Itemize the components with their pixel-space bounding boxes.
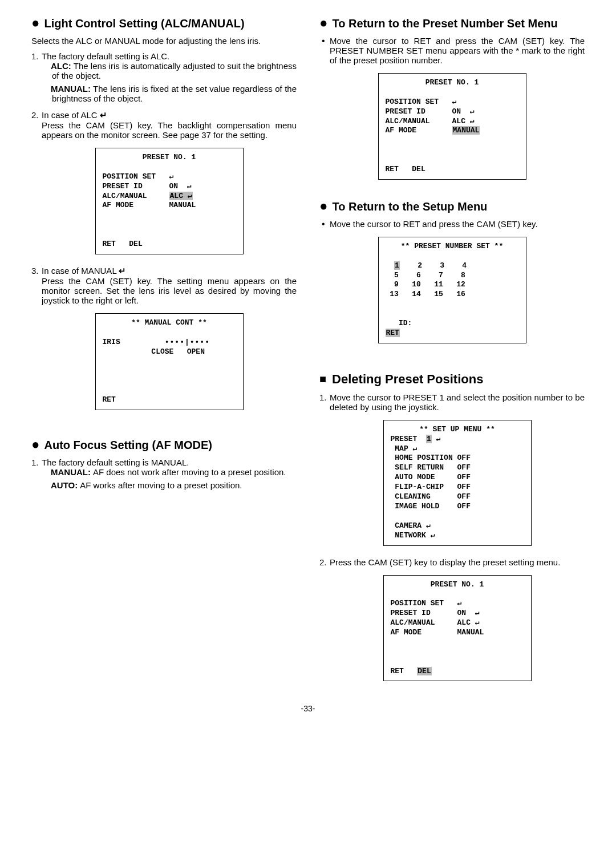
bullet-item: Move the cursor to RET and press the CAM… xyxy=(330,219,585,229)
def-text: AF does not work after moving to a pre­s… xyxy=(93,467,286,477)
screen-line: ALC/MANUAL xyxy=(391,618,435,627)
screen-line: HOME POSITION xyxy=(391,454,453,462)
bullet-icon: ● xyxy=(31,17,40,29)
bullet-item: Move the cursor to RET and press the CAM… xyxy=(330,36,585,65)
screen-val: ↵ xyxy=(457,599,462,608)
screen-val: ON ↵ xyxy=(452,107,475,116)
heading-text: Auto Focus Setting (AF MODE) xyxy=(44,439,212,452)
screen-ret: RET xyxy=(391,667,404,675)
screen-line: MAP ↵ xyxy=(391,444,418,453)
page-number: -33- xyxy=(31,704,585,713)
screen-line: PRESET ID xyxy=(103,182,143,191)
def-text: AF works after moving to a preset positi… xyxy=(80,480,242,490)
screen-val-hl: MANUAL xyxy=(452,126,480,135)
heading-return-setup: ● To Return to the Setup Menu xyxy=(319,200,585,213)
def-label: MANUAL: xyxy=(51,467,91,477)
screen-del: DEL xyxy=(129,240,142,248)
def-af-auto: AUTO:AF works after moving to a preset p… xyxy=(42,480,297,490)
bullet-icon: ● xyxy=(319,17,328,29)
open-label: OPEN xyxy=(187,347,205,356)
def-label: MANUAL: xyxy=(51,84,91,94)
screen-line: CAMERA ↵ xyxy=(391,521,431,530)
intro-text: Selects the ALC or MANUAL mode for adjus… xyxy=(31,36,297,46)
screen-preset-delete: PRESET NO. 1 POSITION SET ↵ PRESET ID ON… xyxy=(383,575,532,682)
screen-val: ALC ↵ xyxy=(457,618,480,627)
bullet-icon: ● xyxy=(31,439,40,450)
screen-val: OFF xyxy=(457,502,471,511)
screen-val: ON ↵ xyxy=(169,182,192,191)
heading-text: Deleting Preset Positions xyxy=(332,372,483,387)
heading-deleting: ■ Deleting Preset Positions xyxy=(319,372,585,387)
screen-line: IMAGE HOLD xyxy=(391,502,440,511)
screen-line: POSITION SET xyxy=(391,599,444,608)
screen-line: ALC/MANUAL xyxy=(103,192,147,200)
screen-ret: RET xyxy=(386,165,399,173)
screen-preset-alc: PRESET NO. 1 POSITION SET ↵ PRESET ID ON… xyxy=(95,148,244,254)
heading-af-mode: ● Auto Focus Setting (AF MODE) xyxy=(31,439,297,452)
item-number: 1. xyxy=(31,51,39,61)
screen-line: FLIP-A-CHIP xyxy=(391,483,444,491)
item-body: Press the CAM (SET) key. The setting men… xyxy=(42,276,297,305)
screen-ret-hl: RET xyxy=(386,329,400,337)
num-hl: 1 xyxy=(426,435,432,443)
item-number: 2. xyxy=(31,110,39,120)
heading-return-preset: ● To Return to the Preset Number Set Men… xyxy=(319,17,585,30)
screen-line: PRESET xyxy=(391,435,418,443)
list-item: 1. Move the cursor to PRESET 1 and selec… xyxy=(330,392,585,546)
arrow-icon: ↵ xyxy=(436,435,441,443)
def-label: ALC: xyxy=(51,61,71,71)
screen-val: OFF xyxy=(457,483,471,491)
id-label: ID: xyxy=(399,319,412,327)
screen-val: OFF xyxy=(457,463,471,472)
screen-del-hl: DEL xyxy=(417,667,431,675)
screen-line: PRESET ID xyxy=(391,609,431,617)
screen-line: POSITION SET xyxy=(386,98,439,106)
heading-text: To Return to the Setup Menu xyxy=(333,200,488,213)
screen-line: PRESET ID xyxy=(386,107,425,116)
item-number: 3. xyxy=(31,266,39,276)
heading-text: To Return to the Preset Number Set Menu xyxy=(333,17,558,30)
item-lead: In case of ALC xyxy=(42,110,100,120)
item-lead: The factory default setting is ALC. xyxy=(42,51,169,61)
screen-val: OFF xyxy=(457,454,471,462)
screen-val: MANUAL xyxy=(457,628,484,637)
list-item: 1. The factory default setting is ALC. A… xyxy=(42,51,297,103)
screen-val: OFF xyxy=(457,492,471,501)
screen-val: ON ↵ xyxy=(457,609,480,617)
screen-ret: RET xyxy=(103,240,116,248)
item-number: 2. xyxy=(319,557,327,567)
screen-line: POSITION SET xyxy=(103,172,156,181)
screen-preset-return: PRESET NO. 1 POSITION SET ↵ PRESET ID ON… xyxy=(378,73,526,180)
screen-line: AUTO MODE xyxy=(391,473,435,481)
screen-val-hl: ALC ↵ xyxy=(169,192,193,200)
screen-del: DEL xyxy=(412,165,425,173)
item-body: Move the cursor to PRESET 1 and select t… xyxy=(330,392,585,412)
screen-ret: RET xyxy=(103,395,116,404)
def-manual: MANUAL:The lens iris is fixed at the set… xyxy=(42,84,297,103)
item-body: Press the CAM (SET) key. The backlight c… xyxy=(42,120,297,140)
screen-line: SELF RETURN xyxy=(391,463,444,472)
screen-preset-number-set: ** PRESET NUMBER SET ** 1 2 3 4 5 6 7 8 … xyxy=(378,237,526,343)
def-text: The lens iris is automatically adjusted … xyxy=(52,61,297,80)
bullet-icon: ● xyxy=(319,200,328,212)
heading-text: Light Control Setting (ALC/MANUAL) xyxy=(44,17,245,30)
list-item: 2. Press the CAM (SET) key to display th… xyxy=(330,557,585,682)
arrow-icon: ↵ xyxy=(100,110,107,120)
screen-title: PRESET NO. 1 xyxy=(391,580,524,590)
screen-setup-menu: ** SET UP MENU **PRESET 1 ↵ MAP ↵ HOME P… xyxy=(383,420,532,546)
item-body: Press the CAM (SET) key to display the p… xyxy=(330,557,560,567)
screen-val: ↵ xyxy=(452,98,457,106)
screen-title: ** PRESET NUMBER SET ** xyxy=(386,242,519,252)
arrow-icon: ↵ xyxy=(119,266,126,276)
screen-val: MANUAL xyxy=(169,201,196,209)
def-alc: ALC:The lens iris is automatically adjus… xyxy=(42,61,297,80)
screen-line: ALC/MANUAL xyxy=(386,117,430,126)
screen-title: ** SET UP MENU ** xyxy=(391,425,524,435)
def-label: AUTO: xyxy=(51,480,78,490)
item-number: 1. xyxy=(31,458,39,467)
list-item: 1. The factory default setting is MANUAL… xyxy=(42,458,297,490)
num-hl: 1 xyxy=(394,261,400,270)
square-icon: ■ xyxy=(319,373,326,386)
heading-light-control: ● Light Control Setting (ALC/MANUAL) xyxy=(31,17,297,30)
item-lead: The factory default setting is MANUAL. xyxy=(42,458,189,467)
